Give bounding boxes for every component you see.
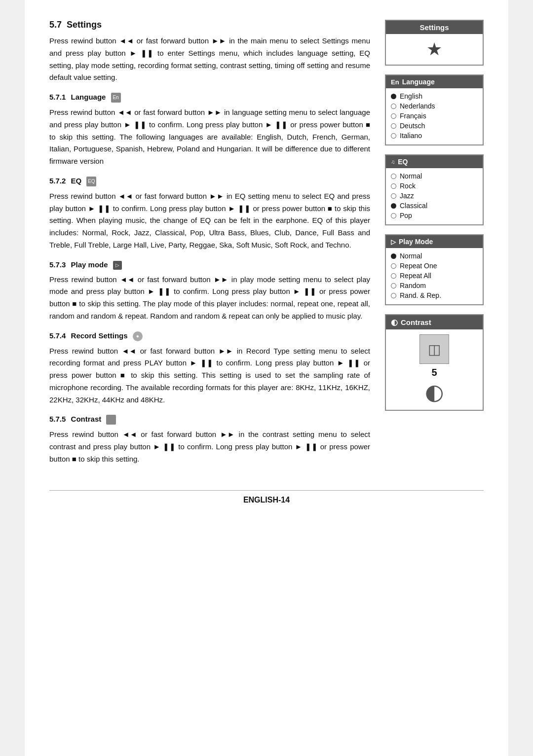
section-intro: Press rewind button ◄◄ or fast forward b…	[49, 35, 370, 84]
language-label-1: Nederlands	[400, 102, 435, 110]
eq-radio-0	[391, 174, 396, 179]
eq-radio-4	[391, 213, 396, 218]
playmode-option-0: Normal	[391, 251, 478, 261]
language-ui-box: En Language English Nederlands Français	[385, 74, 484, 145]
subsection-575: 5.7.5 Contrast	[49, 415, 370, 425]
subsection-571-title: Language	[71, 93, 106, 101]
playmode-ui-box: ▷ Play Mode Normal Repeat One Repeat All	[385, 234, 484, 305]
contrast-thumb-image: ◫	[419, 334, 449, 364]
playmode-box-header: ▷ Play Mode	[386, 235, 483, 248]
page: 5.7 Settings Press rewind button ◄◄ or f…	[25, 0, 508, 756]
language-icon: En	[111, 93, 121, 103]
subsection-572: 5.7.2 EQ EQ	[49, 177, 370, 186]
section-title: 5.7 Settings	[49, 20, 370, 30]
eq-radio-1	[391, 183, 396, 189]
playmode-label-0: Normal	[400, 252, 422, 260]
language-option-0: English	[391, 91, 478, 101]
settings-box-header: Settings	[386, 21, 483, 34]
eq-radio-3	[391, 203, 396, 209]
ui-panels: Settings ★ En Language English	[380, 20, 484, 411]
language-option-3: Deutsch	[391, 121, 478, 131]
contrast-box-header: ◐ Contrast	[386, 315, 483, 329]
language-label-4: Italiano	[400, 132, 422, 140]
eq-option-4: Pop	[391, 211, 478, 220]
language-option-2: Français	[391, 111, 478, 121]
subsection-574-body: Press rewind button ◄◄ or fast forward b…	[49, 345, 370, 406]
playmode-option-3: Random	[391, 281, 478, 290]
subsection-573-body: Press rewind button ◄◄ or fast forward b…	[49, 274, 370, 323]
subsection-571-number: 5.7.1	[49, 93, 66, 101]
playmode-icon: ▷	[113, 261, 122, 270]
record-icon: ●	[133, 331, 143, 341]
language-radio-0	[391, 94, 396, 99]
subsection-574: 5.7.4 Record Settings ●	[49, 331, 370, 341]
playmode-label-3: Random	[400, 282, 426, 289]
playmode-label-1: Repeat One	[400, 262, 437, 270]
contrast-thumb-icon: ◫	[428, 341, 441, 358]
contrast-value: 5	[431, 367, 437, 378]
eq-option-2: Jazz	[391, 191, 478, 201]
playmode-label-4: Rand. & Rep.	[400, 291, 441, 299]
page-footer: ENGLISH-14	[49, 490, 484, 504]
eq-ui-box: ♫ EQ Normal Rock Jazz	[385, 154, 484, 225]
playmode-radio-1	[391, 263, 396, 269]
language-radio-1	[391, 104, 396, 109]
settings-star-icon: ★	[426, 39, 442, 60]
language-box-body: English Nederlands Français Deutsch	[386, 88, 483, 144]
contrast-header-icon: ◐	[391, 318, 398, 327]
playmode-header-icon: ▷	[391, 238, 396, 246]
subsection-572-number: 5.7.2	[49, 177, 66, 185]
playmode-option-1: Repeat One	[391, 261, 478, 271]
eq-label-3: Classical	[400, 202, 427, 210]
playmode-radio-3	[391, 283, 396, 288]
playmode-radio-4	[391, 293, 396, 298]
language-label-0: English	[400, 92, 422, 100]
subsection-571: 5.7.1 Language En	[49, 93, 370, 103]
subsection-574-title: Record Settings	[71, 331, 128, 340]
section-number: 5.7	[49, 20, 62, 30]
eq-option-3: Classical	[391, 201, 478, 211]
eq-icon: EQ	[86, 177, 96, 186]
subsection-573: 5.7.3 Play mode ▷	[49, 260, 370, 270]
subsection-573-title: Play mode	[71, 260, 108, 269]
settings-box-body: ★	[386, 34, 483, 65]
contrast-box-title: Contrast	[401, 318, 431, 326]
eq-box-body: Normal Rock Jazz Classical	[386, 168, 483, 224]
playmode-option-2: Repeat All	[391, 271, 478, 281]
language-option-4: Italiano	[391, 131, 478, 141]
eq-label-4: Pop	[400, 212, 412, 219]
language-radio-4	[391, 133, 396, 139]
eq-label-2: Jazz	[400, 192, 414, 200]
language-radio-2	[391, 113, 396, 119]
footer-text: ENGLISH-14	[243, 496, 290, 504]
eq-box-title: EQ	[398, 158, 408, 166]
subsection-574-number: 5.7.4	[49, 331, 66, 340]
language-box-title: Language	[402, 78, 435, 86]
section-heading: Settings	[67, 20, 102, 30]
contrast-ui-box: ◐ Contrast ◫ 5 ◐	[385, 314, 484, 411]
eq-option-1: Rock	[391, 181, 478, 191]
subsection-571-body: Press rewind button ◄◄ or fast forward b…	[49, 107, 370, 168]
contrast-icon	[106, 415, 116, 425]
language-radio-3	[391, 123, 396, 129]
playmode-box-title: Play Mode	[399, 238, 433, 246]
playmode-label-2: Repeat All	[400, 272, 431, 280]
settings-ui-box: Settings ★	[385, 20, 484, 66]
playmode-option-4: Rand. & Rep.	[391, 290, 478, 300]
eq-header-icon: ♫	[391, 159, 395, 165]
eq-radio-2	[391, 193, 396, 199]
subsection-575-body: Press rewind button ◄◄ or fast forward b…	[49, 429, 370, 465]
language-label-3: Deutsch	[400, 122, 425, 130]
contrast-box-body: ◫ 5 ◐	[386, 329, 483, 410]
playmode-radio-2	[391, 273, 396, 279]
subsection-573-number: 5.7.3	[49, 260, 66, 269]
subsection-575-number: 5.7.5	[49, 415, 66, 423]
language-option-1: Nederlands	[391, 101, 478, 111]
eq-option-0: Normal	[391, 171, 478, 181]
playmode-radio-0	[391, 253, 396, 259]
subsection-575-title: Contrast	[71, 415, 102, 423]
language-label-2: Français	[400, 112, 426, 120]
subsection-572-body: Press rewind button ◄◄ or fast forward b…	[49, 190, 370, 252]
eq-label-1: Rock	[400, 182, 416, 190]
playmode-box-body: Normal Repeat One Repeat All Random	[386, 248, 483, 304]
